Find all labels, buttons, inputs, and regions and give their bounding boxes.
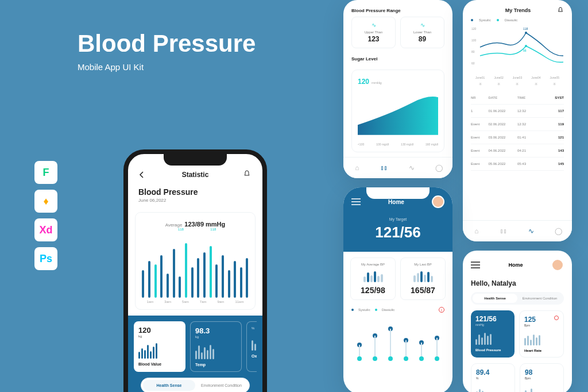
- table-row[interactable]: Event04.06.202204:21143: [471, 144, 564, 157]
- sugar-heading: Sugar Level: [343, 48, 452, 65]
- home-title: Home: [361, 199, 432, 205]
- home-title: Home: [508, 262, 523, 268]
- phone-statistic: Statistic Blood Pressure June 06,2022 Av…: [123, 149, 267, 392]
- trends-title: My Trends: [505, 7, 531, 13]
- sun-icon: ☀: [515, 82, 519, 87]
- trends-line-chart: 1201008060 118 88: [463, 24, 572, 76]
- nav-home-icon[interactable]: ⌂: [472, 226, 481, 236]
- tools-column: F ♦ Xd Ps: [34, 161, 57, 270]
- segment-tabs: Health Sense Environment Condition: [471, 292, 564, 305]
- card-heart-rate[interactable]: 125Bpm Heart Rate: [519, 310, 564, 358]
- nav-home-icon[interactable]: ⌂: [353, 163, 362, 172]
- screen-home-target: Home My Target 121/56 My Average BP 125/…: [343, 187, 452, 392]
- menu-icon[interactable]: [471, 262, 480, 268]
- bell-icon[interactable]: [557, 7, 564, 14]
- bp-range-heading: Blood Pressure Range: [343, 0, 452, 17]
- avatar[interactable]: [551, 259, 564, 271]
- pulse-icon: ∿: [405, 22, 439, 28]
- photoshop-icon: Ps: [34, 247, 57, 270]
- sun-icon: ☀: [534, 82, 538, 87]
- info-icon[interactable]: [554, 316, 559, 320]
- tab-health-sense[interactable]: Health Sense: [143, 380, 195, 391]
- nav-pulse-icon[interactable]: ∿: [527, 226, 536, 236]
- card-metric-3[interactable]: 89.4%: [471, 363, 515, 392]
- trends-table: NRDATETIMESYST 101.06.202212:32117 Event…: [463, 91, 572, 171]
- table-row[interactable]: Event02.06.202212:32119: [471, 118, 564, 131]
- target-label: My Target: [351, 217, 444, 221]
- figma-icon: F: [34, 161, 57, 184]
- avatar[interactable]: [432, 195, 444, 208]
- screen-bp-range: Blood Pressure Range ∿ Upper Than 123 ∿ …: [343, 0, 452, 178]
- bp-chart-card: Average123/89 mmHg 118 118 1am3am5am7am9…: [135, 212, 256, 310]
- sketch-icon: ♦: [34, 190, 57, 213]
- last-bp-card[interactable]: My Last BP 165/87: [400, 258, 446, 300]
- pulse-icon: ∿: [357, 22, 390, 28]
- card-metric-4[interactable]: 98Bpm: [520, 363, 564, 392]
- card-blood-pressure[interactable]: 121/56mmHg Blood Pressure: [471, 310, 514, 358]
- svg-text:118: 118: [523, 27, 528, 30]
- info-icon[interactable]: i: [439, 307, 444, 313]
- table-row[interactable]: Event03.06.202201:41121: [471, 131, 564, 144]
- svg-point-6: [525, 45, 527, 47]
- screen-hello: Home Hello, Natalya Health Sense Environ…: [463, 251, 572, 392]
- sun-icon: ☀: [478, 82, 482, 87]
- bottom-nav: ⌂ ⫾⫾ ∿ ◯: [463, 220, 572, 241]
- bell-icon[interactable]: [243, 170, 252, 179]
- tab-health-sense[interactable]: Health Sense: [473, 294, 517, 303]
- screen-date: June 06,2022: [128, 197, 262, 209]
- nav-profile-icon[interactable]: ◯: [554, 226, 563, 236]
- sun-icon: ☀: [552, 82, 556, 87]
- svg-text:120: 120: [471, 27, 477, 30]
- upper-than-card: ∿ Upper Than 123: [351, 17, 396, 48]
- screen-title: Blood Pressure: [128, 185, 262, 197]
- dumbbell-chart: [343, 315, 452, 361]
- sugar-area-chart: [358, 90, 438, 141]
- tabs: Health Sense Environment Condition: [141, 378, 250, 392]
- table-row[interactable]: Event05.06.202205:43145: [471, 157, 564, 171]
- average-label: Average: [165, 222, 183, 228]
- tab-environment[interactable]: Environment Condition: [517, 294, 562, 303]
- page-title: Statistic: [182, 171, 209, 179]
- tab-environment[interactable]: Environment Condition: [195, 380, 247, 391]
- candle-chart: 118 118: [141, 229, 249, 298]
- metrics-strip: 120kg Blood Value 98.3kg Temp % Oxy Heal…: [128, 316, 262, 392]
- svg-point-4: [525, 32, 527, 34]
- metric-temp[interactable]: 98.3kg Temp: [190, 321, 242, 372]
- screen-trends: My Trends Systolic Diastolic 1201008060 …: [463, 0, 572, 241]
- back-icon[interactable]: [138, 170, 148, 179]
- hero-subtitle: Mobile App UI Kit: [78, 62, 144, 72]
- x-axis: 1am3am5am7am9am11am: [141, 300, 249, 303]
- avg-bp-card[interactable]: My Average BP 125/98: [350, 258, 396, 300]
- sugar-card: 120mmHg <100100 mg/dl130 mg/dl160 mg/dl: [351, 70, 444, 152]
- sun-icon: ☀: [497, 82, 501, 87]
- svg-text:60: 60: [471, 62, 475, 65]
- menu-icon[interactable]: [351, 198, 361, 205]
- adobe-xd-icon: Xd: [34, 218, 57, 241]
- svg-text:100: 100: [471, 39, 477, 42]
- lower-than-card: ∿ Lower Than 89: [400, 17, 444, 48]
- nav-pulse-icon[interactable]: ∿: [407, 163, 416, 172]
- nav-chart-icon[interactable]: ⫾⫾: [499, 226, 508, 236]
- bottom-nav: ⌂ ⫾⫾ ∿ ◯: [343, 157, 452, 178]
- hero-title: Blood Pressure: [78, 30, 256, 57]
- metric-oxygen[interactable]: % Oxy: [246, 321, 257, 372]
- table-row[interactable]: 101.06.202212:32117: [471, 105, 564, 118]
- svg-text:80: 80: [471, 50, 475, 53]
- target-value: 121/56: [351, 224, 444, 241]
- metric-blood-value[interactable]: 120kg Blood Value: [134, 321, 185, 372]
- nav-chart-icon[interactable]: ⫾⫾: [380, 163, 389, 172]
- average-value: 123/89 mmHg: [184, 221, 225, 228]
- greeting: Hello, Natalya: [463, 276, 572, 292]
- svg-text:88: 88: [523, 49, 527, 52]
- nav-profile-icon[interactable]: ◯: [434, 163, 443, 172]
- weather-row: ☀☀☀☀☀: [463, 79, 572, 91]
